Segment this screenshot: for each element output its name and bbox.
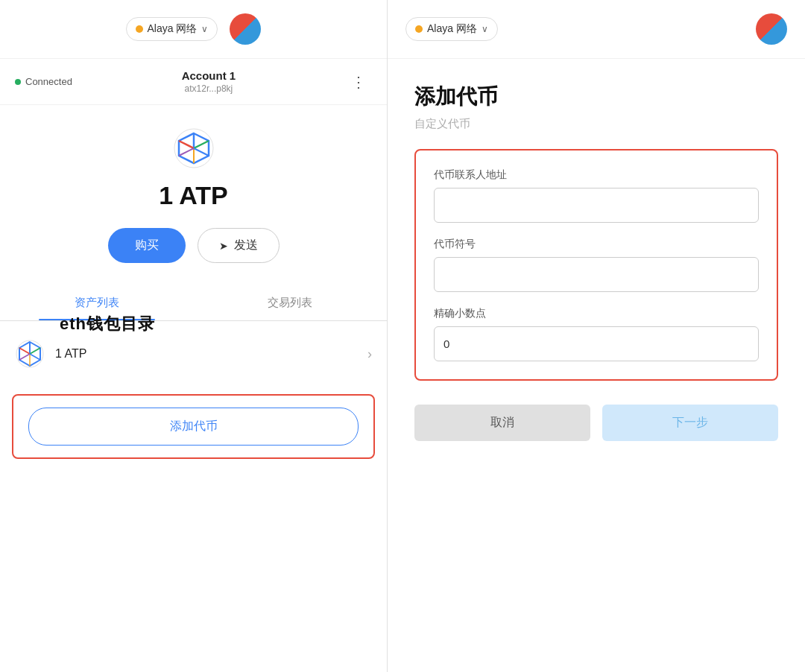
left-avatar[interactable] — [230, 13, 261, 45]
right-network-chevron: ∨ — [482, 24, 488, 34]
form-footer: 取消 下一步 — [414, 405, 778, 456]
connected-indicator: Connected — [15, 76, 72, 87]
contract-address-label: 代币联系人地址 — [434, 168, 759, 182]
tabs-section: 资产列表 交易列表 — [0, 285, 387, 321]
right-panel: Alaya 网络 ∨ 添加代币 自定义代币 代币联系人地址 代币符号 — [388, 0, 805, 672]
right-header: Alaya 网络 ∨ — [388, 0, 805, 59]
decimals-group: 精确小数点 — [434, 307, 759, 361]
left-header: Alaya 网络 ∨ — [0, 0, 387, 59]
asset-arrow-icon: › — [367, 346, 372, 362]
asset-item[interactable]: 1 ATP › — [0, 329, 387, 379]
connected-status-dot — [15, 79, 21, 85]
account-info: Account 1 atx12r...p8kj — [182, 69, 236, 94]
cancel-button[interactable]: 取消 — [414, 405, 590, 441]
connected-label: Connected — [25, 76, 72, 87]
asset-list: 1 ATP › — [0, 321, 387, 387]
send-button[interactable]: ➤ 发送 — [198, 228, 280, 263]
page-title: 添加代币 — [414, 83, 778, 111]
contract-address-input[interactable] — [434, 188, 759, 223]
action-buttons: 购买 ➤ 发送 — [108, 228, 280, 263]
right-avatar[interactable] — [756, 13, 787, 45]
account-name: Account 1 — [182, 69, 236, 82]
right-network-selector[interactable]: Alaya 网络 ∨ — [405, 17, 498, 41]
left-network-chevron: ∨ — [201, 24, 208, 34]
symbol-label: 代币符号 — [434, 238, 759, 251]
add-token-wrapper: 添加代币 — [12, 394, 375, 459]
left-network-label: Alaya 网络 — [148, 22, 198, 36]
symbol-group: 代币符号 — [434, 238, 759, 292]
left-panel: Alaya 网络 ∨ Connected Account 1 atx12r...… — [0, 0, 388, 672]
app-container: Alaya 网络 ∨ Connected Account 1 atx12r...… — [0, 0, 805, 672]
right-network-label: Alaya 网络 — [427, 22, 477, 36]
account-bar: Connected Account 1 atx12r...p8kj ⋮ — [0, 59, 387, 105]
symbol-input[interactable] — [434, 257, 759, 292]
asset-token-icon — [15, 339, 45, 369]
balance-section: 1 ATP 购买 ➤ 发送 — [0, 105, 387, 285]
network-status-dot — [136, 25, 143, 33]
token-logo-icon — [173, 127, 215, 169]
next-button[interactable]: 下一步 — [602, 405, 778, 441]
asset-name: 1 ATP — [55, 347, 367, 361]
left-network-selector[interactable]: Alaya 网络 ∨ — [126, 17, 218, 41]
page-subtitle: 自定义代币 — [414, 117, 778, 131]
watermark-text: eth钱包目录 — [60, 313, 155, 335]
balance-amount: 1 ATP — [159, 181, 228, 210]
send-icon: ➤ — [219, 240, 228, 252]
decimals-label: 精确小数点 — [434, 307, 759, 320]
contract-address-group: 代币联系人地址 — [434, 168, 759, 223]
tab-transactions[interactable]: 交易列表 — [194, 285, 388, 320]
decimals-input[interactable] — [434, 326, 759, 361]
right-content: 添加代币 自定义代币 代币联系人地址 代币符号 精确小数点 — [388, 59, 805, 672]
add-token-button[interactable]: 添加代币 — [28, 408, 359, 446]
add-token-form: 代币联系人地址 代币符号 精确小数点 — [414, 149, 778, 381]
account-menu-button[interactable]: ⋮ — [345, 70, 372, 94]
account-address: atx12r...p8kj — [182, 83, 236, 94]
send-label: 发送 — [234, 238, 258, 253]
right-network-dot — [415, 25, 423, 33]
buy-button[interactable]: 购买 — [108, 228, 186, 263]
